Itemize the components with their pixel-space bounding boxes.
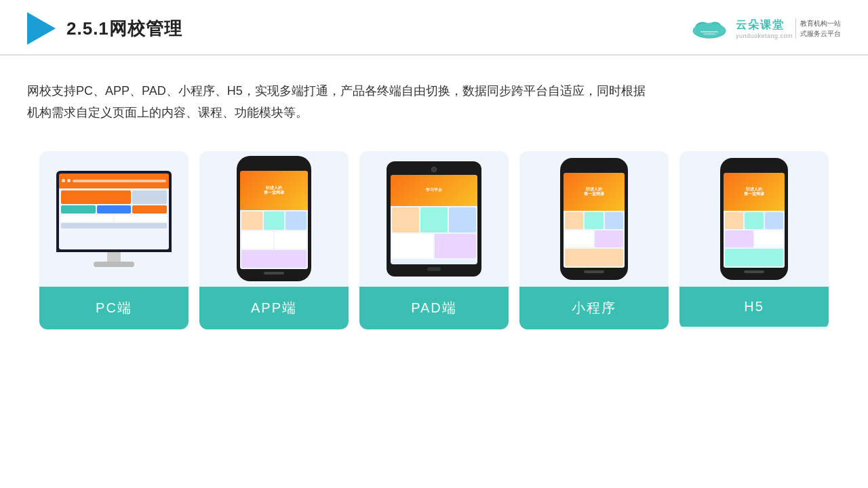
pad-tablet-icon: 学习平台	[387, 161, 481, 277]
brand-name: 云朵课堂	[736, 18, 793, 33]
miniprogram-label: 小程序	[519, 287, 669, 329]
pad-label: PAD端	[359, 287, 509, 329]
pc-label: PC端	[39, 287, 189, 329]
miniprogram-image-area: 职进人的第一堂网课	[519, 151, 669, 287]
miniprogram-phone-icon: 职进人的第一堂网课	[560, 158, 628, 280]
brand-url: yunduoketang.com	[736, 33, 793, 39]
h5-card: 职进人的第一堂网课	[679, 151, 829, 329]
page-header: 2.5.1网校管理 云朵课堂 yunduoketang.com 教育机构一站 式…	[0, 0, 868, 56]
h5-label: H5	[679, 287, 829, 327]
app-phone-icon: 职进人的第一堂网课	[237, 156, 311, 281]
miniprogram-card: 职进人的第一堂网课	[519, 151, 669, 329]
app-card: 职进人的第一堂网课	[199, 151, 349, 329]
pc-card: PC端	[39, 151, 189, 329]
app-label: APP端	[199, 287, 349, 329]
cards-section: PC端 职进人的第一堂网课	[0, 138, 868, 350]
pc-image-area	[39, 151, 189, 287]
app-image-area: 职进人的第一堂网课	[199, 151, 349, 287]
header-left: 2.5.1网校管理	[27, 12, 182, 45]
h5-image-area: 职进人的第一堂网课	[679, 151, 829, 287]
pc-monitor-icon	[56, 171, 172, 267]
description-text: 网校支持PC、APP、PAD、小程序、H5，实现多端打通，产品各终端自由切换，数…	[0, 56, 678, 138]
logo-triangle-icon	[27, 12, 56, 45]
h5-phone-icon: 职进人的第一堂网课	[720, 158, 788, 280]
page-title: 2.5.1网校管理	[66, 17, 182, 41]
brand-slogan: 教育机构一站 式服务云平台	[795, 18, 841, 39]
pad-image-area: 学习平台	[359, 151, 509, 287]
brand-logo: 云朵课堂 yunduoketang.com 教育机构一站 式服务云平台	[686, 16, 841, 41]
pad-card: 学习平台 PAD端	[359, 151, 509, 329]
cloud-icon	[686, 16, 733, 41]
brand-text-block: 云朵课堂 yunduoketang.com	[736, 18, 793, 39]
